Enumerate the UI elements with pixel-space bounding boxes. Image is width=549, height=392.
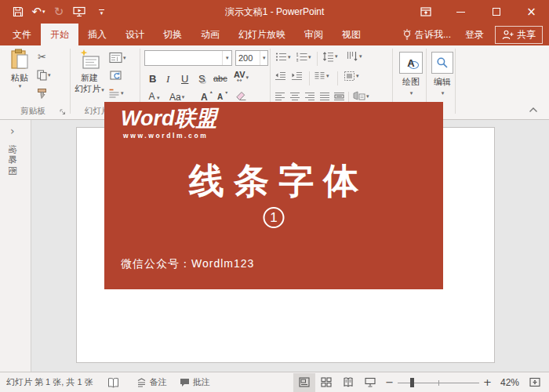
line-spacing-button[interactable]: ▾: [322, 51, 338, 62]
fit-to-window-button[interactable]: [524, 373, 546, 392]
tell-me-button[interactable]: 告诉我...: [396, 28, 457, 42]
change-case-dropdown-icon[interactable]: ▾: [182, 94, 185, 100]
tab-slideshow[interactable]: 幻灯片放映: [229, 24, 295, 45]
slide-sorter-view-button[interactable]: [315, 373, 337, 392]
share-button[interactable]: 共享: [495, 26, 543, 44]
tab-animations[interactable]: 动画: [191, 24, 229, 45]
tab-insert[interactable]: 插入: [78, 24, 116, 45]
font-color-dropdown-icon[interactable]: ▾: [157, 95, 160, 101]
cut-button[interactable]: ✂: [38, 51, 46, 63]
zoom-in-button[interactable]: +: [479, 376, 496, 388]
font-size-dropdown-icon[interactable]: ▾: [260, 51, 267, 65]
clear-formatting-button[interactable]: [235, 91, 247, 102]
align-left-button[interactable]: [274, 92, 285, 101]
editing-group-button[interactable]: 编辑 ▾: [428, 52, 456, 96]
align-text-dropdown-icon[interactable]: ▾: [356, 73, 359, 79]
reading-view-button[interactable]: [337, 373, 359, 392]
font-size-combo[interactable]: ▾: [235, 50, 268, 66]
underline-button[interactable]: U: [181, 74, 188, 84]
close-button[interactable]: ×: [514, 0, 549, 24]
columns-dropdown-icon[interactable]: ▾: [326, 73, 329, 79]
tab-view[interactable]: 视图: [333, 24, 370, 45]
drawing-group-button[interactable]: A 绘图 ▾: [396, 52, 426, 96]
reset-slide-button[interactable]: [110, 70, 122, 82]
tab-file[interactable]: 文件: [3, 24, 41, 45]
clipboard-dialog-launcher[interactable]: [60, 109, 66, 115]
clipboard-group-label: 剪贴板: [0, 106, 66, 117]
justify-button[interactable]: [319, 92, 330, 101]
normal-view-button[interactable]: [293, 373, 315, 392]
spell-check-button[interactable]: [107, 377, 119, 388]
promo-number-badge: 1: [264, 207, 285, 228]
increase-indent-button[interactable]: [291, 71, 303, 81]
minimize-button[interactable]: [443, 0, 478, 24]
slide-layout-dropdown-icon[interactable]: ▾: [123, 55, 126, 61]
editing-dropdown-icon[interactable]: ▾: [442, 90, 445, 96]
italic-button[interactable]: I: [166, 74, 169, 84]
strikethrough-button[interactable]: abc: [213, 74, 227, 83]
section-dropdown-icon[interactable]: ▾: [121, 90, 124, 96]
undo-dropdown-icon[interactable]: ▾: [42, 9, 45, 15]
text-direction-dropdown-icon[interactable]: ▾: [359, 53, 362, 60]
sign-in-button[interactable]: 登录: [457, 28, 492, 42]
grow-font-button[interactable]: A▴: [201, 92, 208, 103]
slideshow-view-button[interactable]: [359, 373, 381, 392]
brand-logo: Word联盟: [121, 107, 217, 130]
text-direction-button[interactable]: ▾: [346, 51, 362, 62]
save-button[interactable]: [8, 0, 28, 24]
bullets-dropdown-icon[interactable]: ▾: [288, 54, 291, 60]
align-center-button[interactable]: [289, 92, 300, 101]
font-name-dropdown-icon[interactable]: ▾: [222, 51, 231, 65]
tab-design[interactable]: 设计: [116, 24, 154, 45]
drawing-dropdown-icon[interactable]: ▾: [410, 90, 413, 96]
align-text-button[interactable]: ▾: [344, 71, 359, 82]
line-spacing-dropdown-icon[interactable]: ▾: [335, 53, 338, 60]
undo-button[interactable]: ↶ ▾: [28, 0, 49, 24]
tab-home[interactable]: 开始: [41, 24, 78, 45]
comments-label: 批注: [193, 376, 210, 388]
align-right-button[interactable]: [304, 92, 315, 101]
customize-quick-access-button[interactable]: ▾: [89, 0, 110, 24]
zoom-percentage[interactable]: 42%: [496, 377, 524, 388]
comments-button[interactable]: 批注: [180, 376, 210, 388]
section-button[interactable]: ▾: [108, 88, 124, 99]
decrease-indent-button[interactable]: [274, 71, 286, 81]
text-shadow-button[interactable]: S: [198, 74, 205, 84]
new-slide-button[interactable]: 新建 幻灯片▾: [73, 49, 106, 96]
columns-button[interactable]: ▾: [314, 71, 329, 81]
redo-button[interactable]: ↻: [49, 0, 69, 24]
promo-image[interactable]: Word联盟 www.wordlm.com 线条字体 1 微信公众号：Wordl…: [104, 102, 443, 289]
expand-thumbnails-icon[interactable]: ›: [10, 125, 15, 137]
character-spacing-dropdown-icon[interactable]: ▾: [245, 74, 249, 81]
zoom-slider[interactable]: [398, 373, 479, 392]
character-spacing-button[interactable]: AV ↔ ▾: [234, 71, 249, 84]
convert-smartart-button[interactable]: ▾: [353, 91, 369, 102]
zoom-slider-thumb[interactable]: [410, 378, 414, 387]
paste-button[interactable]: 粘贴 ▾: [5, 49, 35, 89]
collapse-ribbon-button[interactable]: [529, 107, 538, 113]
font-size-input[interactable]: [236, 51, 260, 65]
numbering-button[interactable]: ▾: [296, 52, 311, 62]
copy-dropdown-icon[interactable]: ▾: [48, 72, 51, 78]
copy-button[interactable]: ▾: [37, 70, 51, 81]
bullets-button[interactable]: ▾: [275, 52, 291, 62]
ribbon-display-options-button[interactable]: [408, 0, 443, 24]
slide-layout-button[interactable]: ▾: [109, 52, 126, 64]
maximize-button[interactable]: [478, 0, 514, 24]
notes-button[interactable]: 备注: [136, 376, 167, 388]
change-case-button[interactable]: Aa ▾: [169, 93, 184, 102]
font-name-combo[interactable]: ▾: [144, 50, 232, 66]
paste-dropdown-icon[interactable]: ▾: [19, 83, 22, 89]
zoom-out-button[interactable]: −: [381, 376, 398, 388]
font-name-input[interactable]: [145, 51, 222, 65]
distribute-button[interactable]: [333, 92, 345, 101]
numbering-dropdown-icon[interactable]: ▾: [308, 54, 311, 60]
smartart-dropdown-icon[interactable]: ▾: [366, 93, 369, 100]
format-painter-button[interactable]: [37, 88, 48, 99]
tab-review[interactable]: 审阅: [295, 24, 333, 45]
thumbnail-panel-collapsed[interactable]: › 缩略图: [0, 120, 31, 372]
shrink-font-button[interactable]: A▾: [217, 93, 223, 101]
bold-button[interactable]: B: [149, 74, 156, 84]
tab-transitions[interactable]: 切换: [154, 24, 191, 45]
start-slideshow-button[interactable]: [69, 0, 89, 24]
